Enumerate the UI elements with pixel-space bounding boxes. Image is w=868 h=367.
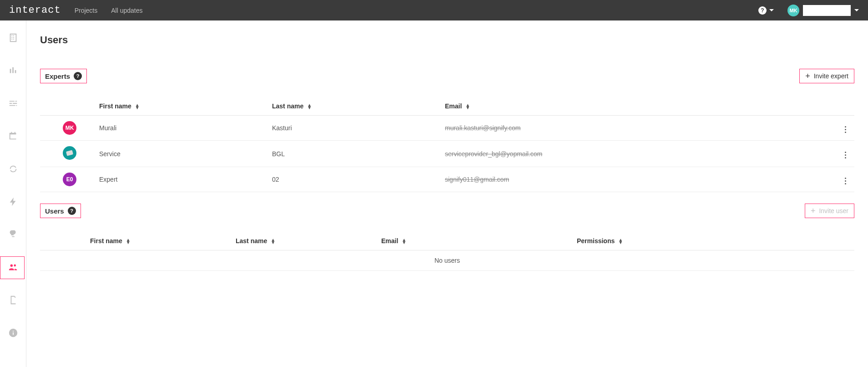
users-title-box: Users ? xyxy=(40,204,81,218)
invite-expert-label: Invite expert xyxy=(814,72,848,80)
users-col-first[interactable]: First name ▲▼ xyxy=(86,232,231,250)
sort-icon: ▲▼ xyxy=(618,239,623,244)
sliders-icon xyxy=(8,98,18,108)
lightning-icon xyxy=(8,197,18,207)
sort-icon: ▲▼ xyxy=(135,104,140,109)
sort-icon: ▲▼ xyxy=(126,239,131,244)
sidebar-item-settings[interactable] xyxy=(2,94,24,112)
sort-icon: ▲▼ xyxy=(465,104,470,109)
refresh-icon xyxy=(8,164,18,174)
experts-help-icon[interactable]: ? xyxy=(74,72,82,80)
sidebar-item-reports[interactable] xyxy=(2,291,24,309)
cell-last-name: Kasturi xyxy=(267,116,440,141)
user-dropdown-chevron-icon[interactable] xyxy=(854,9,859,11)
calendar-icon xyxy=(8,131,18,141)
content-area: Users Experts ? + Invite expert First na… xyxy=(26,20,868,367)
plus-icon: + xyxy=(805,72,810,80)
sort-icon: ▲▼ xyxy=(271,239,275,244)
users-section-header: Users ? + Invite user xyxy=(40,204,854,218)
sidebar-item-lights[interactable] xyxy=(2,225,24,244)
experts-col-email[interactable]: Email ▲▼ xyxy=(440,97,827,116)
user-context-select[interactable] xyxy=(803,5,851,16)
cell-first-name: Murali xyxy=(95,116,267,141)
sidebar-item-users[interactable] xyxy=(2,258,24,276)
users-empty-text: No users xyxy=(40,250,854,271)
sidebar-item-analytics[interactable] xyxy=(2,61,24,80)
experts-col-last[interactable]: Last name ▲▼ xyxy=(267,97,440,116)
experts-table: First name ▲▼ Last name ▲▼ Email ▲▼ MKMu… xyxy=(40,97,854,192)
plus-icon: + xyxy=(811,207,816,215)
cell-last-name: 02 xyxy=(267,167,440,192)
sort-icon: ▲▼ xyxy=(402,239,406,244)
users-help-icon[interactable]: ? xyxy=(68,207,76,215)
help-dropdown-chevron-icon[interactable] xyxy=(769,9,774,11)
cell-email: serviceprovider_bgl@yopmail.com xyxy=(445,150,542,158)
bar-chart-icon xyxy=(8,66,18,76)
cell-last-name: BGL xyxy=(267,141,440,167)
cell-first-name: Service xyxy=(95,141,267,167)
experts-col-actions xyxy=(827,97,854,116)
cell-first-name: Expert xyxy=(95,167,267,192)
experts-col-email-label: Email xyxy=(445,102,462,110)
row-menu-kebab-icon[interactable] xyxy=(841,150,850,160)
users-col-last[interactable]: Last name ▲▼ xyxy=(231,232,377,250)
sidebar-item-sync[interactable] xyxy=(2,160,24,178)
sidebar-item-building[interactable] xyxy=(2,29,24,47)
info-icon xyxy=(8,328,18,338)
table-row: MKMuraliKasturimurali.kasturi@signify.co… xyxy=(40,116,854,141)
row-menu-kebab-icon[interactable] xyxy=(841,124,850,135)
invite-user-label: Invite user xyxy=(819,207,848,214)
user-avatar[interactable]: MK xyxy=(787,5,799,16)
experts-title-box: Experts ? xyxy=(40,69,87,83)
users-table: First name ▲▼ Last name ▲▼ Email ▲▼ Perm… xyxy=(40,232,854,271)
cell-email: signify011@gmail.com xyxy=(445,176,509,183)
sidebar xyxy=(0,20,26,367)
users-col-first-label: First name xyxy=(90,237,122,245)
experts-col-first-label: First name xyxy=(99,102,131,110)
page-title: Users xyxy=(40,34,854,46)
help-icon[interactable]: ? xyxy=(758,6,767,15)
experts-section-header: Experts ? + Invite expert xyxy=(40,69,854,83)
users-col-permissions[interactable]: Permissions ▲▼ xyxy=(572,232,854,250)
experts-col-first[interactable]: First name ▲▼ xyxy=(95,97,267,116)
users-col-permissions-label: Permissions xyxy=(577,237,615,245)
experts-title: Experts xyxy=(45,72,70,80)
table-row: E0Expert02signify011@gmail.com xyxy=(40,167,854,192)
row-avatar: MK xyxy=(63,121,76,135)
sidebar-item-schedule[interactable] xyxy=(2,127,24,145)
row-avatar: E0 xyxy=(63,173,76,186)
brand-logo: interact xyxy=(9,5,61,16)
users-col-email-label: Email xyxy=(381,237,398,245)
sidebar-item-energy[interactable] xyxy=(2,193,24,211)
users-empty-row: No users xyxy=(40,250,854,271)
users-icon xyxy=(8,262,18,272)
top-navbar: interact Projects All updates ? MK xyxy=(0,0,868,20)
bulb-icon xyxy=(8,229,18,240)
row-menu-kebab-icon[interactable] xyxy=(841,176,850,186)
experts-col-last-label: Last name xyxy=(272,102,303,110)
sort-icon: ▲▼ xyxy=(307,104,312,109)
cell-email: murali.kasturi@signify.com xyxy=(445,124,520,132)
building-icon xyxy=(8,33,18,43)
table-row: ServiceBGLserviceprovider_bgl@yopmail.co… xyxy=(40,141,854,167)
experts-col-avatar xyxy=(40,97,95,116)
sidebar-item-info[interactable] xyxy=(2,324,24,342)
nav-projects[interactable]: Projects xyxy=(75,7,98,14)
invite-expert-button[interactable]: + Invite expert xyxy=(799,69,854,83)
invite-user-button[interactable]: + Invite user xyxy=(805,204,854,218)
nav-all-updates[interactable]: All updates xyxy=(111,7,142,14)
users-title: Users xyxy=(45,207,64,215)
users-col-email[interactable]: Email ▲▼ xyxy=(377,232,572,250)
row-avatar xyxy=(63,146,76,160)
document-icon xyxy=(8,295,18,305)
users-col-avatar xyxy=(40,232,86,250)
users-col-last-label: Last name xyxy=(236,237,267,245)
